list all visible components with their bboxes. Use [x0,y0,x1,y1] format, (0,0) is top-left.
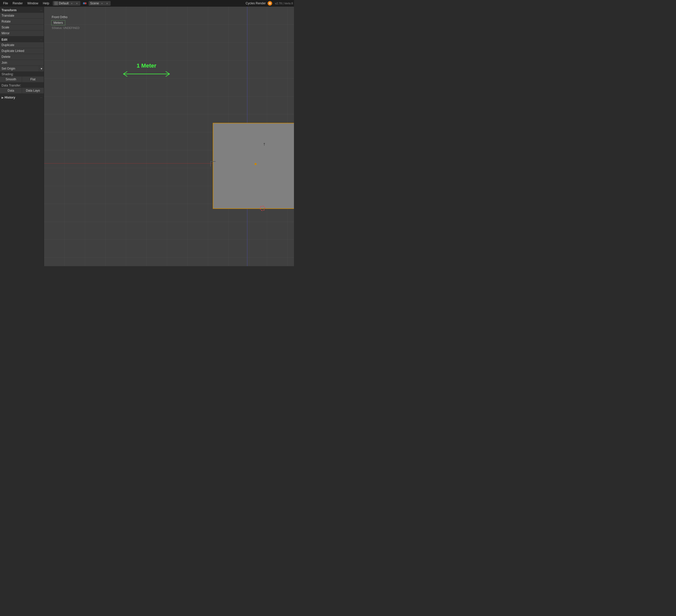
set-origin-arrow[interactable]: ▼ [39,66,44,71]
origin-dot [255,163,257,165]
shading-buttons: Smooth Flat [0,76,44,83]
edit-panel-title: Edit [2,38,7,42]
units-box[interactable]: Meters [51,20,65,25]
version-info: v2.78 | Verts:8 [275,2,293,5]
svg-point-8 [269,3,270,4]
set-origin-row: Set Origin ▼ [0,66,44,72]
set-origin-button[interactable]: Set Origin [0,66,39,71]
workspace-name: Default [59,2,69,5]
join-button[interactable]: Join [0,60,44,65]
data-layo-button[interactable]: Data Layo [22,88,44,94]
workspace-close[interactable]: × [75,1,79,5]
transform-panel-title: Transform [2,8,17,12]
render-engine-area: Cycles Render v2.78 | Verts:8 [245,1,293,6]
transform-panel-header: Transform ··· [0,8,44,13]
selected-object[interactable]: ↗ [213,123,294,209]
delete-button[interactable]: Delete [0,54,44,60]
flat-button[interactable]: Flat [22,76,44,82]
shading-label: Shading: [0,72,44,76]
history-panel-header: ▶ History ··· [0,95,44,100]
edit-panel-dots[interactable]: ··· [40,39,42,41]
3d-cursor [260,206,265,211]
blender-logo [267,1,273,6]
svg-rect-2 [55,4,56,5]
workspace-plus[interactable]: + [70,1,74,5]
move-arrow-indicator: ↗ [262,141,267,147]
svg-rect-3 [56,4,58,5]
svg-rect-1 [56,2,58,3]
layout-icon [54,2,58,5]
svg-point-5 [84,2,87,4]
color-icon-area [82,1,87,6]
translate-button[interactable]: Translate [0,13,44,18]
menu-help[interactable]: Help [41,1,51,6]
data-transfer-buttons: Data Data Layo [0,88,44,94]
viewport[interactable]: Front Ortho Meters SStatus: UNDEFINED 1 … [44,7,294,266]
smooth-button[interactable]: Smooth [0,76,22,82]
duplicate-button[interactable]: Duplicate [0,42,44,48]
status-text: SStatus: UNDEFINED [52,26,79,29]
main-layout: Transform ··· Translate Rotate Scale Mir… [0,7,294,266]
left-sidebar: Transform ··· Translate Rotate Scale Mir… [0,7,44,266]
edit-panel-header: Edit ··· [0,37,44,42]
scene-close[interactable]: × [105,1,109,5]
menu-file[interactable]: File [1,1,10,6]
color-icon [82,1,87,6]
data-transfer-label: Data Transfer: [0,83,44,88]
scale-button[interactable]: Scale [0,24,44,30]
history-panel-title: History [5,96,15,99]
history-panel-dots[interactable]: ··· [40,96,42,99]
rotate-button[interactable]: Rotate [0,19,44,24]
corner-indicator [209,160,217,168]
scene-name: Scene [90,2,99,5]
menu-render[interactable]: Render [10,1,24,6]
scene-selector[interactable]: Scene + × [89,1,111,6]
menubar: File Render Window Help Default + × Scen… [0,0,294,7]
mirror-button[interactable]: Mirror [0,30,44,36]
workspace-selector[interactable]: Default + × [53,1,80,6]
scene-plus[interactable]: + [100,1,104,5]
data-button[interactable]: Data [0,88,22,94]
render-engine-name[interactable]: Cycles Render [245,2,266,5]
svg-rect-0 [55,2,56,3]
duplicate-linked-button[interactable]: Duplicate Linked [0,48,44,54]
history-expand-icon[interactable]: ▶ [2,96,4,99]
menu-window[interactable]: Window [25,1,41,6]
transform-panel-dots[interactable]: ··· [40,9,42,12]
